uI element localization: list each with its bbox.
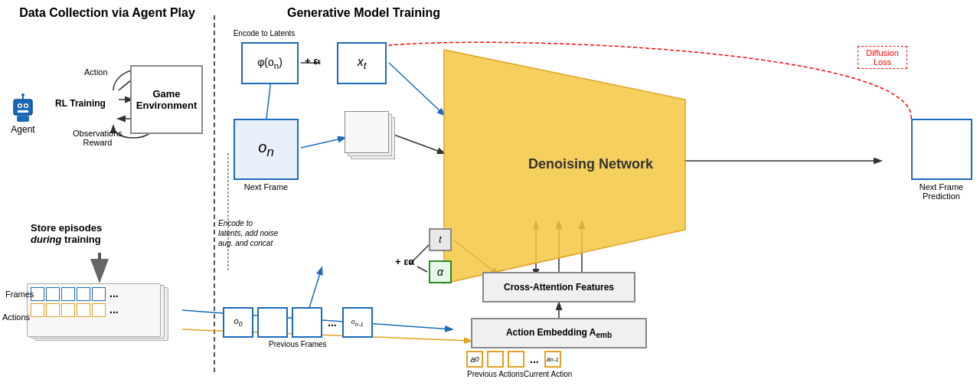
frame-cell-orange-5 <box>92 303 106 317</box>
diffusion-loss-label: Diffusion Loss <box>866 48 899 67</box>
mid-frames-stack <box>345 111 394 168</box>
plus-epsilon-t-label: + εₜ <box>305 54 321 67</box>
svg-point-28 <box>19 105 21 107</box>
robot-icon <box>8 92 38 123</box>
svg-marker-23 <box>444 50 685 283</box>
actions-label: Actions <box>2 312 30 322</box>
o0-cell: o0 <box>223 307 253 338</box>
o2-cell <box>292 307 322 338</box>
encode-concat-label: Encode to latents, add noise aug. and co… <box>218 218 279 248</box>
svg-point-29 <box>25 105 28 107</box>
frame-cell-orange-3 <box>61 303 75 317</box>
frame-cell-blue-5 <box>92 287 106 301</box>
phi-on-box: φ(on) <box>241 42 299 84</box>
action-emb-label: Action Embedding Aemb <box>506 327 612 339</box>
frames-label: Frames <box>5 290 34 299</box>
action-labels: Previous Actions Current Action <box>466 370 573 378</box>
a0-cell: a0 <box>466 351 483 368</box>
frames-stack-area: ... ... Frames Actions <box>27 283 180 348</box>
xt-label: xt <box>358 55 367 71</box>
diagram-container: Denoising Network Data Collection via Ag… <box>0 0 980 386</box>
game-env-box: Game Environment <box>130 65 203 134</box>
t-box: t <box>429 228 452 251</box>
phi-on-label: φ(on) <box>257 56 283 70</box>
svg-line-13 <box>453 240 498 274</box>
left-section-title: Data Collection via Agent Play <box>15 6 199 20</box>
diffusion-loss-box: Diffusion Loss <box>858 46 907 69</box>
next-pred-label: Next Frame Prediction <box>909 182 974 201</box>
svg-point-32 <box>21 93 24 96</box>
frame-cell-orange-2 <box>46 303 60 317</box>
obs-arrow-label: Observations Reward <box>73 129 122 147</box>
prev-frames-label: Previous Frames <box>222 340 374 348</box>
right-section-title: Generative Model Training <box>230 6 498 20</box>
next-frame-label: Next Frame <box>234 182 299 191</box>
svg-line-8 <box>389 63 444 115</box>
on1-cell: on-1 <box>342 307 373 338</box>
svg-rect-30 <box>18 110 28 113</box>
svg-text:Denoising Network: Denoising Network <box>528 156 654 172</box>
svg-line-14 <box>417 267 427 272</box>
prev-frames-area: o0 ... on-1 Previous Frames <box>222 306 374 348</box>
an1-cell: an-1 <box>544 351 561 368</box>
on-box: on <box>234 119 299 180</box>
next-pred-box <box>911 119 972 180</box>
prev-actions-area: a0 ... an-1 Previous Actions Current Act… <box>466 350 573 378</box>
rl-training-box: RL Training <box>46 84 115 123</box>
plus-epsilon-a-label: + εα <box>395 254 414 268</box>
rl-training-label: RL Training <box>55 98 106 109</box>
store-episodes-label: Store episodesduring training <box>31 222 102 245</box>
frame-cell-orange-4 <box>77 303 90 317</box>
on-label: on <box>258 139 273 160</box>
o1-cell <box>257 307 288 338</box>
game-env-label: Game Environment <box>132 88 201 111</box>
alpha-box: α <box>429 260 452 283</box>
agent-text: Agent <box>11 124 34 135</box>
action-arrow-label: Action <box>84 67 108 77</box>
cross-attn-label: Cross-Attention Features <box>504 282 614 293</box>
xt-box: xt <box>337 42 387 84</box>
agent-label: Agent <box>8 92 38 135</box>
frame-cell-blue-3 <box>61 287 75 301</box>
frame-cell-blue-2 <box>46 287 60 301</box>
svg-rect-33 <box>17 116 29 122</box>
svg-line-11 <box>392 134 444 153</box>
frame-cell-blue-4 <box>77 287 90 301</box>
a2-cell <box>508 351 524 368</box>
action-emb-box: Action Embedding Aemb <box>471 318 647 348</box>
frame-cell-orange-1 <box>31 303 44 317</box>
encode-latents-label: Encode to Latents <box>226 29 302 38</box>
cross-attn-box: Cross-Attention Features <box>482 272 635 303</box>
svg-line-10 <box>301 138 345 148</box>
a1-cell <box>487 351 504 368</box>
